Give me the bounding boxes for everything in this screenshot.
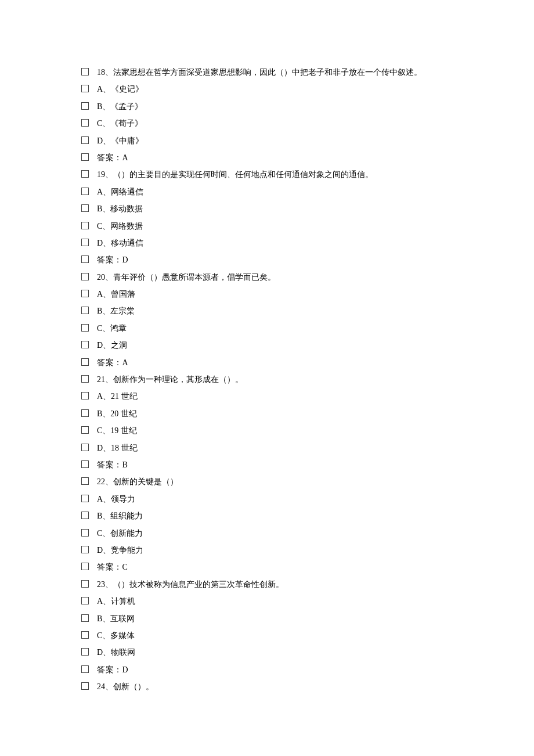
question-option-text: D、之洞	[97, 337, 453, 354]
checkbox-icon	[81, 136, 89, 144]
checkbox-icon	[81, 546, 89, 553]
checkbox-icon	[81, 563, 89, 570]
checkbox-icon	[81, 409, 89, 417]
question-option: D、物联网	[81, 644, 453, 661]
question-answer: 答案：C	[81, 559, 453, 575]
question-option-text: D、竞争能力	[97, 542, 453, 559]
question-option-text: A、计算机	[97, 593, 453, 610]
checkbox-icon	[81, 631, 89, 639]
checkbox-icon	[81, 324, 89, 332]
question-stem-text: 20、青年评价（）愚意所谓本源者，倡学而已矣。	[97, 269, 453, 286]
question-answer: 答案：A	[81, 354, 453, 371]
question-option-text: D、《中庸》	[97, 132, 453, 149]
question-option-text: A、《史记》	[97, 81, 453, 98]
question-option-text: A、21 世纪	[97, 388, 453, 405]
checkbox-icon	[81, 665, 89, 673]
checkbox-icon	[81, 477, 89, 485]
question-option: C、《荀子》	[81, 115, 453, 132]
question-answer: 答案：B	[81, 456, 453, 473]
question-option: C、多媒体	[81, 627, 453, 644]
question-option-text: B、互联网	[97, 610, 453, 627]
checkbox-icon	[81, 341, 89, 348]
checkbox-icon	[81, 102, 89, 110]
checkbox-icon	[81, 290, 89, 297]
question-answer-text: 答案：D	[97, 661, 453, 678]
question-option-text: C、《荀子》	[97, 115, 453, 132]
question-option-text: B、左宗棠	[97, 303, 453, 319]
question-stem: 19、（）的主要目的是实现任何时间、任何地点和任何通信对象之间的通信。	[81, 166, 453, 183]
question-option-text: B、20 世纪	[97, 405, 453, 422]
question-stem-text: 19、（）的主要目的是实现任何时间、任何地点和任何通信对象之间的通信。	[97, 166, 453, 183]
checkbox-icon	[81, 68, 89, 75]
question-option: B、组织能力	[81, 507, 453, 524]
question-option-text: C、19 世纪	[97, 422, 453, 439]
checkbox-icon	[81, 307, 89, 314]
checkbox-icon	[81, 85, 89, 92]
checkbox-icon	[81, 648, 89, 656]
question-option: A、计算机	[81, 593, 453, 610]
question-stem: 24、创新（）。	[81, 678, 453, 695]
question-option-text: A、领导力	[97, 491, 453, 507]
checkbox-icon	[81, 153, 89, 161]
question-option-text: C、网络数据	[97, 218, 453, 235]
question-answer: 答案：A	[81, 149, 453, 166]
checkbox-icon	[81, 239, 89, 246]
question-answer-text: 答案：A	[97, 354, 453, 371]
question-option-text: D、移动通信	[97, 235, 453, 251]
question-answer-text: 答案：C	[97, 559, 453, 575]
checkbox-icon	[81, 495, 89, 502]
question-stem-text: 21、创新作为一种理论，其形成在（）。	[97, 371, 453, 388]
checkbox-icon	[81, 426, 89, 434]
question-option: D、移动通信	[81, 235, 453, 251]
question-option-text: A、曾国藩	[97, 286, 453, 303]
checkbox-icon	[81, 170, 89, 178]
checkbox-icon	[81, 444, 89, 451]
question-option: B、移动数据	[81, 200, 453, 217]
checkbox-icon	[81, 375, 89, 383]
checkbox-icon	[81, 682, 89, 690]
question-option: A、21 世纪	[81, 388, 453, 405]
question-stem: 20、青年评价（）愚意所谓本源者，倡学而已矣。	[81, 269, 453, 286]
question-option: D、《中庸》	[81, 132, 453, 149]
question-option-text: B、移动数据	[97, 200, 453, 217]
question-option: D、之洞	[81, 337, 453, 354]
question-stem-text: 24、创新（）。	[97, 678, 453, 695]
checkbox-icon	[81, 529, 89, 537]
question-answer-text: 答案：B	[97, 456, 453, 473]
question-option: B、左宗棠	[81, 303, 453, 319]
checkbox-icon	[81, 204, 89, 212]
question-option: D、竞争能力	[81, 542, 453, 559]
question-option: C、网络数据	[81, 218, 453, 235]
checkbox-icon	[81, 255, 89, 263]
question-stem-text: 18、法家思想在哲学方面深受道家思想影响，因此（）中把老子和非子放在一个传中叙述…	[97, 64, 453, 81]
checkbox-icon	[81, 392, 89, 399]
question-option: B、互联网	[81, 610, 453, 627]
question-stem-text: 22、创新的关键是（）	[97, 473, 453, 490]
question-answer: 答案：D	[81, 661, 453, 678]
question-option-text: B、组织能力	[97, 507, 453, 524]
checkbox-icon	[81, 222, 89, 229]
question-answer: 答案：D	[81, 251, 453, 268]
checkbox-icon	[81, 597, 89, 604]
question-stem: 18、法家思想在哲学方面深受道家思想影响，因此（）中把老子和非子放在一个传中叙述…	[81, 64, 453, 81]
question-option: A、领导力	[81, 491, 453, 507]
question-stem: 22、创新的关键是（）	[81, 473, 453, 490]
checkbox-icon	[81, 614, 89, 622]
question-option: A、网络通信	[81, 183, 453, 200]
checkbox-icon	[81, 580, 89, 588]
question-option-text: D、物联网	[97, 644, 453, 661]
question-option: C、19 世纪	[81, 422, 453, 439]
checkbox-icon	[81, 460, 89, 468]
question-option-text: B、《孟子》	[97, 98, 453, 115]
question-option: B、20 世纪	[81, 405, 453, 422]
question-option-text: D、18 世纪	[97, 440, 453, 456]
question-option: B、《孟子》	[81, 98, 453, 115]
checkbox-icon	[81, 512, 89, 519]
question-option: A、曾国藩	[81, 286, 453, 303]
checkbox-icon	[81, 358, 89, 366]
question-option: C、创新能力	[81, 525, 453, 542]
question-option-text: C、鸿章	[97, 320, 453, 337]
question-option: C、鸿章	[81, 320, 453, 337]
checkbox-icon	[81, 188, 89, 195]
question-option-text: C、创新能力	[97, 525, 453, 542]
